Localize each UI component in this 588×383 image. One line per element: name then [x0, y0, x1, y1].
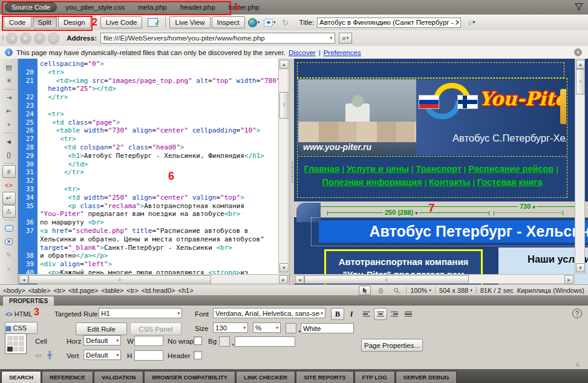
tag-selector-item[interactable]: <td.page>	[68, 287, 99, 294]
code-line[interactable]: 21 <td><img src="images/page_top.png" al…	[18, 77, 278, 85]
align-right-icon[interactable]	[388, 308, 401, 320]
code-line[interactable]: 27 <tr>	[18, 135, 278, 143]
tag-selector-item[interactable]: <tr>	[126, 287, 139, 294]
code-line[interactable]: 35 <p class="reclama">Автотранспортная к…	[18, 202, 278, 211]
properties-panel-tab[interactable]: PROPERTIES	[2, 296, 54, 306]
highlight-invalid-code-icon[interactable]: <>	[2, 178, 16, 191]
results-tab-validation[interactable]: VALIDATION	[94, 371, 144, 383]
code-line[interactable]: 23	[18, 102, 278, 110]
apply-comment-icon[interactable]: …	[2, 222, 16, 235]
discover-link[interactable]: Discover	[289, 49, 316, 56]
code-line[interactable]: 32	[18, 177, 278, 185]
results-tab-server-debug[interactable]: SERVER DEBUG	[396, 371, 457, 383]
w-input[interactable]	[134, 336, 163, 346]
site-nav-link[interactable]: Полезная информация	[322, 177, 422, 187]
tag-selector-item[interactable]: <tr>	[53, 287, 65, 294]
code-navigator-icon[interactable]: ✳	[2, 74, 16, 87]
code-line[interactable]: 36по маршруту <br>	[18, 218, 278, 227]
site-nav-link[interactable]: Контакты	[429, 177, 470, 187]
related-file-tab[interactable]: meta.php	[138, 4, 167, 11]
home-icon[interactable]: ⌂	[48, 33, 59, 44]
tag-selector-item[interactable]: <h1>	[178, 287, 194, 294]
code-line[interactable]: 22 </tr>	[18, 93, 278, 102]
code-line[interactable]: 26 <table width="730" align="center" cel…	[18, 126, 278, 135]
browser-list-icon[interactable]: ≡▾	[339, 33, 352, 44]
select-parent-tag-icon[interactable]: ◄	[2, 135, 16, 148]
page-h1-heading[interactable]: Автобус Петербург - Хельсинки	[319, 220, 588, 243]
code-line[interactable]: 30 </td>	[18, 160, 278, 169]
results-tab-site-reports[interactable]: SITE REPORTS	[296, 371, 354, 383]
related-file-tab[interactable]: you_piter_style.css	[65, 4, 125, 11]
code-line[interactable]: 33 <tr>	[18, 185, 278, 194]
recent-snippets-icon[interactable]: »	[2, 262, 16, 275]
text-color-swatch[interactable]	[286, 323, 296, 333]
code-line[interactable]: target="_blank">Санкт-Петербург - Хельси…	[18, 244, 278, 252]
syntax-error-alerts-icon[interactable]: ⚠	[2, 205, 16, 218]
page-properties-button[interactable]: Page Properties...	[361, 339, 423, 352]
code-vertical-scrollbar[interactable]: ▲ ≡ ▼	[278, 59, 289, 273]
code-line[interactable]: cellspacing="0">	[18, 60, 278, 68]
live-view-button[interactable]: Live View	[169, 16, 210, 28]
bg-color-swatch[interactable]	[219, 336, 230, 347]
bg-input[interactable]	[235, 336, 295, 347]
site-nav-link[interactable]: Услуги и цены	[347, 164, 409, 174]
code-line[interactable]: 24 <tr>	[18, 110, 278, 119]
results-tab-reference[interactable]: REFERENCE	[42, 371, 93, 383]
tag-selector-item[interactable]: <body>	[3, 287, 25, 294]
visual-aids-icon[interactable]: ▾	[264, 17, 276, 28]
preferences-link[interactable]: Preferences	[324, 49, 361, 56]
results-tab-browser-compatibility[interactable]: BROWSER COMPATIBILITY	[144, 371, 235, 383]
code-line[interactable]: "You-Piter" предлагает вам поездки на ав…	[18, 210, 278, 218]
css-panel-button[interactable]: CSS Panel	[130, 322, 181, 335]
tag-selector-item[interactable]: <table>	[102, 287, 124, 294]
magnification-select[interactable]: 100%▾	[410, 287, 431, 294]
get-put-files-icon[interactable]: ↓↑▾	[463, 17, 479, 28]
size-select[interactable]: 130▾	[213, 322, 248, 333]
address-dropdown-icon[interactable]: ▾	[330, 36, 332, 41]
preview-in-browser-icon[interactable]: ▾	[248, 17, 260, 28]
tag-selector-item[interactable]: <table>	[28, 287, 51, 294]
open-documents-icon[interactable]: ▤	[2, 61, 16, 74]
zoom-tool-icon[interactable]	[390, 286, 402, 295]
code-line[interactable]: 29 <h1>Автобус Петербург - Хельсинки, Фи…	[18, 152, 278, 160]
design-view-button[interactable]: Design	[58, 16, 91, 28]
stop-icon[interactable]: ✕	[34, 33, 45, 44]
code-line[interactable]: Хельсинки и обратно. Цены и места отправ…	[18, 235, 278, 244]
live-code-button[interactable]: Live Code	[100, 16, 143, 28]
italic-button[interactable]: I	[345, 308, 358, 320]
inspect-button[interactable]: Inspect	[212, 16, 245, 28]
related-file-tab[interactable]: header.php	[180, 4, 215, 11]
select-tool-icon[interactable]	[359, 286, 371, 295]
design-vertical-scrollbar[interactable]: ▲ ≡ ▼	[575, 59, 585, 273]
code-view[interactable]: cellspacing="0">20 <tr>21 <td><img src="…	[18, 59, 289, 284]
hand-tool-icon[interactable]	[374, 286, 387, 295]
results-tab-ftp-log[interactable]: FTP LOG	[354, 371, 395, 383]
document-title-input[interactable]	[317, 18, 461, 28]
split-view-button[interactable]: Split	[33, 16, 57, 28]
site-nav-link[interactable]: Гостевая книга	[477, 177, 543, 187]
align-left-icon[interactable]	[360, 308, 373, 320]
code-line[interactable]: 39<div align="left">	[18, 260, 278, 269]
vert-select[interactable]: Default▾	[83, 350, 121, 360]
back-icon[interactable]: ◄	[6, 33, 18, 44]
check-page-icon[interactable]: ✓	[145, 17, 160, 28]
code-line[interactable]: height="25"></td>	[18, 85, 278, 93]
code-line[interactable]: 38и обратно</a></p>	[18, 252, 278, 260]
code-view-button[interactable]: Code	[4, 16, 31, 28]
site-nav-link[interactable]: Главная	[304, 164, 339, 174]
h-input[interactable]	[134, 350, 163, 361]
code-line[interactable]: 37<a href="schedule.php" title="Расписан…	[18, 227, 278, 235]
expand-all-icon[interactable]: ＋	[2, 118, 16, 131]
code-line[interactable]: 31 </tr>	[18, 168, 278, 177]
close-info-bar-icon[interactable]: ✕	[574, 48, 582, 56]
design-view[interactable]: You-Piter Автобус С.Петербург-Хельсинки …	[294, 59, 588, 284]
text-color-input[interactable]	[301, 323, 354, 333]
window-size-select[interactable]: 504 x 388▾	[439, 287, 472, 294]
code-line[interactable]: 34 <td width="250" align="center" valign…	[18, 194, 278, 202]
align-center-icon[interactable]	[374, 308, 387, 320]
collapse-selection-icon[interactable]: ⇤	[2, 105, 16, 117]
site-banner-image[interactable]: You-Piter Автобус С.Петербург-Хельсинки …	[298, 79, 566, 155]
css-mode-button[interactable]: ▤ CSS	[5, 322, 38, 334]
forward-icon[interactable]: ►	[20, 33, 31, 44]
filter-icon[interactable]	[575, 2, 583, 11]
